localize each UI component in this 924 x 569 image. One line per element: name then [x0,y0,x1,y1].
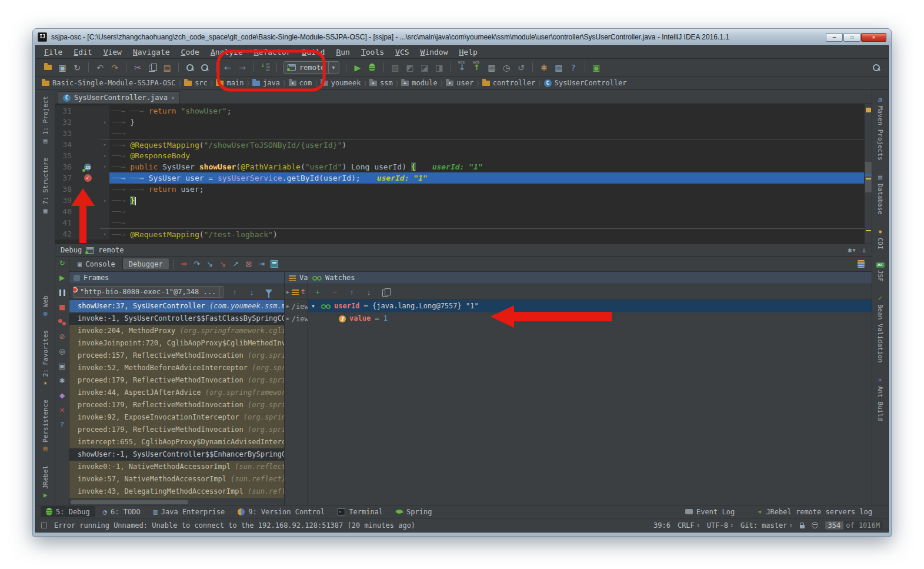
method-marker-icon[interactable]: m [84,164,91,171]
toolwindow-tab-java-enterprise[interactable]: ▥Java Enterprise [148,506,231,517]
tool-stripe-persistence[interactable]: Persistence▤ [42,400,49,452]
menu-help[interactable]: Help [459,48,478,56]
chevron-down-icon[interactable]: ▼ [219,287,224,297]
breadcrumb-item[interactable]: CSysUserController [544,79,627,87]
watches-move-watch-down-button[interactable]: ↓ [363,286,375,298]
memory-indicator[interactable]: 354of 1016M [825,521,883,530]
toolbar-vcs-history-button[interactable]: ◷ [500,61,513,74]
debug-thread-dump-button[interactable]: ◎ [57,347,68,356]
stripe-yellow-mark[interactable] [866,178,871,179]
tool-stripe-database[interactable]: ▤Database [876,174,884,215]
debug-step-over-button[interactable]: ↷ [191,258,203,270]
debug-stop-button[interactable]: ■ [57,302,68,312]
gutter-cell[interactable]: ✓ [75,172,100,184]
code-editor[interactable]: 31──→ ──→ return "showUser";32▴──→ }33──… [55,104,872,244]
gutter-cell[interactable]: m [75,161,100,172]
menu-build[interactable]: Build [302,48,325,56]
debug-drop-frame-button[interactable]: ⊠ [243,258,255,270]
gutter-cell[interactable] [75,139,100,150]
git-branch-widget[interactable]: Git: master [740,521,793,530]
toolwindow-tab-event-log[interactable]: Event Log [680,506,740,517]
breadcrumb-item[interactable]: ssm [369,79,393,87]
toolbar-vcs-update-button[interactable]: ↓ [456,61,469,74]
toolwindow-tab-6-todo[interactable]: ◔6: TODO [98,506,146,517]
stack-frame-row[interactable]: invoke:57, NativeMethodAccessorImpl (sun… [69,473,284,485]
error-stripe[interactable] [864,104,872,244]
stack-frame-row[interactable]: invoke:52, MethodBeforeAdviceInterceptor… [69,362,284,374]
tool-stripe-jrebel[interactable]: JRebel▶ [42,465,49,499]
expand-arrow-icon[interactable]: ▶ [286,316,289,321]
hide-tool-window-icon[interactable]: ⇓ [862,246,866,254]
variables-clipped-row[interactable]: ▶t [285,284,308,300]
menu-analyze[interactable]: Analyze [211,48,243,56]
toolbar-cut-button[interactable]: ✂ [131,61,144,74]
debug-pin-button[interactable]: ◆ [57,391,68,400]
toolbar-project-structure-button[interactable]: ▦ [552,61,565,74]
gutter-cell[interactable] [75,217,100,228]
debug-restore-layout-button[interactable]: ▣ [57,361,68,371]
menu-edit[interactable]: Edit [74,48,92,56]
tool-stripe-jsf[interactable]: JSFJSF [876,262,885,282]
watches-add-watch-button[interactable]: + [312,286,323,298]
fold-marker-icon[interactable] [100,172,109,184]
stripe-exec-mark[interactable] [865,174,872,176]
code-line[interactable]: 31──→ ──→ return "showUser"; [55,105,872,117]
stack-frame-row[interactable]: proceed:179, ReflectiveMethodInvocation … [69,374,284,387]
menu-run[interactable]: Run [336,48,349,56]
editor-tab[interactable]: C SysUserController.java × [58,91,180,104]
toolbar-replace-button[interactable] [198,61,211,74]
fold-marker-icon[interactable]: ▴ [100,150,109,161]
breadcrumb-item[interactable]: module [401,79,437,87]
toolwindow-tab-5-debug[interactable]: 5: Debug [41,506,95,517]
toolbar-vcs-changes-button[interactable]: ▦ [485,61,498,74]
code-line[interactable]: 32▴──→ } [55,117,872,128]
search-everywhere-button[interactable] [870,61,883,74]
toolbar-profile-2-button[interactable]: ◪ [418,61,431,74]
toolwindow-tab-terminal[interactable]: >_Terminal [332,506,388,517]
stack-frame-row[interactable]: invoke:92, ExposeInvocationInterceptor (… [69,411,284,424]
fold-marker-icon[interactable]: ▾ [100,161,109,172]
code-line[interactable]: 37✓──→ ──→ SysUser user = sysUserService… [55,172,872,184]
toolbar-jrebel-update-button[interactable]: ▣ [590,61,603,74]
code-line[interactable]: 38──→ ──→ return user; [55,184,872,195]
stack-frame-row[interactable]: showUser:-1, SysUserController$$Enhancer… [69,448,284,461]
stack-frame-row[interactable]: invoke:-1, SysUserController$$FastClassB… [69,312,284,325]
toolwindow-tab-9-version-control[interactable]: 9: Version Control [232,506,330,517]
toolbar-nav-forward-button[interactable]: → [236,61,249,74]
toolbar-profile-1-button[interactable]: ◩ [403,61,416,74]
code-line[interactable]: 36m▾──→ public SysUser showUser(@PathVar… [55,161,872,172]
debug-mute-breakpoints-button[interactable]: ⊘ [57,332,68,341]
menu-refactor[interactable]: Refactor [254,48,291,56]
gutter-cell[interactable] [75,195,100,206]
watch-row[interactable]: ▼userId = {java.lang.Long@7557} "1" [308,300,872,312]
code-line[interactable]: 41──→ [55,217,872,228]
watches-list[interactable]: ▼userId = {java.lang.Long@7557} "1"fvalu… [308,300,872,505]
breadcrumb-item[interactable]: main [216,79,243,87]
breadcrumb-item[interactable]: youmeek [321,79,361,87]
expand-arrow-icon[interactable]: ▶ [286,304,289,309]
toolbar-open-button[interactable] [41,61,54,74]
menu-vcs[interactable]: VCS [395,48,409,56]
fold-marker-icon[interactable] [100,217,109,228]
tab-close-icon[interactable]: × [171,95,175,101]
tool-window-switcher-icon[interactable] [41,523,47,528]
gutter-cell[interactable] [75,184,100,195]
watches-duplicate-watch-button[interactable] [380,286,392,298]
gutter-cell[interactable] [75,206,100,217]
variables-clipped-row[interactable]: ▶/iew [285,300,308,312]
lock-icon[interactable] [800,525,805,528]
stripe-scrollbar-thumb[interactable] [865,162,872,192]
breakpoint-verified-icon[interactable]: ✓ [84,174,92,182]
thread-selector-dropdown[interactable]: "http-bio-8080-exec-1"@7,348 ...▼ [73,286,224,298]
menu-tools[interactable]: Tools [361,48,384,56]
code-line[interactable]: 42▾──→ @RequestMapping("/test-logback") [55,228,872,239]
breadcrumb-item[interactable]: user [446,79,473,87]
toolwindow-tab-spring[interactable]: Spring [391,506,437,517]
fold-marker-icon[interactable]: ▾ [100,228,109,239]
toolbar-run-button[interactable]: ▶ [351,61,364,74]
debug-step-out-button[interactable]: ↗ [230,258,242,270]
debug-view-breakpoints-button[interactable] [57,317,68,327]
gutter-cell[interactable] [75,228,100,239]
frames-list[interactable]: showUser:37, SysUserController (com.youm… [69,300,284,505]
stack-frame-row[interactable]: showUser:37, SysUserController (com.youm… [69,300,284,312]
